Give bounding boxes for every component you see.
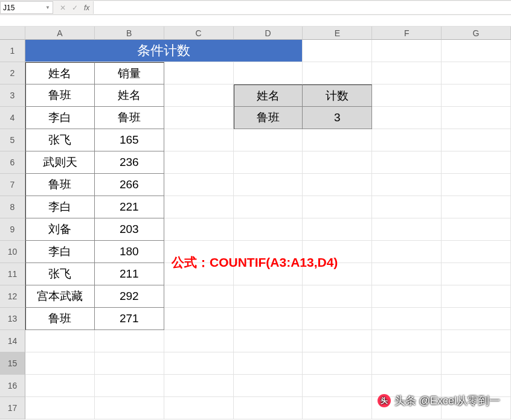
col-header-a[interactable]: A [25,27,95,40]
cell[interactable] [303,375,372,397]
cell[interactable] [372,352,442,375]
cell[interactable] [234,196,303,218]
row-header-13[interactable]: 13 [0,308,25,330]
cell[interactable] [442,218,511,241]
cell[interactable] [442,285,511,308]
cell[interactable] [442,241,511,263]
cell[interactable] [95,352,164,375]
fx-icon[interactable]: fx [84,4,89,12]
row-header-10[interactable]: 10 [0,241,25,263]
cell[interactable] [95,330,164,352]
cell-b7[interactable]: 266 [95,174,164,196]
cell[interactable] [303,62,372,84]
cell-a3[interactable]: 鲁班 [25,84,95,107]
cell[interactable] [303,352,372,375]
cell[interactable] [442,308,511,330]
cell-title[interactable]: 条件计数 [25,40,303,62]
cell[interactable] [442,84,511,107]
cell[interactable] [164,397,234,419]
cell-b9[interactable]: 203 [95,218,164,241]
formula-input[interactable] [93,1,511,14]
cell[interactable] [442,107,511,129]
cell[interactable] [234,330,303,352]
cell-b2[interactable]: 销量 [95,62,164,84]
cell-b11[interactable]: 211 [95,263,164,285]
cell[interactable] [442,263,511,285]
row-header-6[interactable]: 6 [0,151,25,174]
cell[interactable] [372,40,442,62]
row-header-7[interactable]: 7 [0,174,25,196]
cell[interactable] [234,62,303,84]
row-header-15[interactable]: 15 [0,352,25,375]
cell[interactable] [372,62,442,84]
cell-a7[interactable]: 鲁班 [25,174,95,196]
cell[interactable] [372,151,442,174]
col-header-d[interactable]: D [234,27,303,40]
cell[interactable] [164,129,234,151]
cell[interactable] [164,174,234,196]
cell-a11[interactable]: 张飞 [25,263,95,285]
cell[interactable] [372,263,442,285]
name-box[interactable]: J15 ▼ [0,1,53,14]
cell-b3[interactable]: 姓名 [95,84,164,107]
chevron-down-icon[interactable]: ▼ [45,5,50,10]
row-header-12[interactable]: 12 [0,285,25,308]
row-header-14[interactable]: 14 [0,330,25,352]
cell[interactable] [442,174,511,196]
row-header-3[interactable]: 3 [0,84,25,107]
cell[interactable] [95,397,164,419]
cell[interactable] [164,151,234,174]
cell[interactable] [303,129,372,151]
cell[interactable] [303,397,372,419]
cell-d3[interactable]: 姓名 [234,84,303,107]
cell[interactable] [372,84,442,107]
cell[interactable] [25,397,95,419]
cell[interactable] [442,196,511,218]
cell[interactable] [442,330,511,352]
cell-b5[interactable]: 165 [95,129,164,151]
select-all-corner[interactable] [0,27,25,40]
cell[interactable] [234,397,303,419]
cell-b8[interactable]: 221 [95,196,164,218]
col-header-f[interactable]: F [372,27,442,40]
cell-a12[interactable]: 宫本武藏 [25,285,95,308]
cell[interactable] [303,285,372,308]
cell[interactable] [303,151,372,174]
cell[interactable] [442,62,511,84]
cell[interactable] [234,151,303,174]
row-header-17[interactable]: 17 [0,397,25,419]
cell[interactable] [442,40,511,62]
spreadsheet-grid[interactable]: A B C D E F G 1 条件计数 2 姓名 销量 3 鲁班 姓名 [0,27,511,419]
cell[interactable] [303,330,372,352]
row-header-1[interactable]: 1 [0,40,25,62]
cell[interactable] [442,129,511,151]
cell[interactable] [442,151,511,174]
cell[interactable] [164,330,234,352]
cell-b12[interactable]: 292 [95,285,164,308]
cell[interactable] [164,196,234,218]
cell-a13[interactable]: 鲁班 [25,308,95,330]
cell-a8[interactable]: 李白 [25,196,95,218]
cell-a10[interactable]: 李白 [25,241,95,263]
cell[interactable] [303,308,372,330]
cell[interactable] [234,129,303,151]
cell[interactable] [303,196,372,218]
cell[interactable] [372,196,442,218]
cell[interactable] [234,285,303,308]
cell[interactable] [25,330,95,352]
cell[interactable] [372,218,442,241]
col-header-b[interactable]: B [95,27,164,40]
cell[interactable] [234,218,303,241]
cell[interactable] [164,308,234,330]
row-header-11[interactable]: 11 [0,263,25,285]
cell[interactable] [442,352,511,375]
cell[interactable] [234,352,303,375]
cell[interactable] [25,375,95,397]
cell-e3[interactable]: 计数 [303,84,372,107]
row-header-9[interactable]: 9 [0,218,25,241]
cell-e4[interactable]: 3 [303,107,372,129]
cell[interactable] [234,174,303,196]
cell-b6[interactable]: 236 [95,151,164,174]
cell[interactable] [164,62,234,84]
cell[interactable] [164,84,234,107]
